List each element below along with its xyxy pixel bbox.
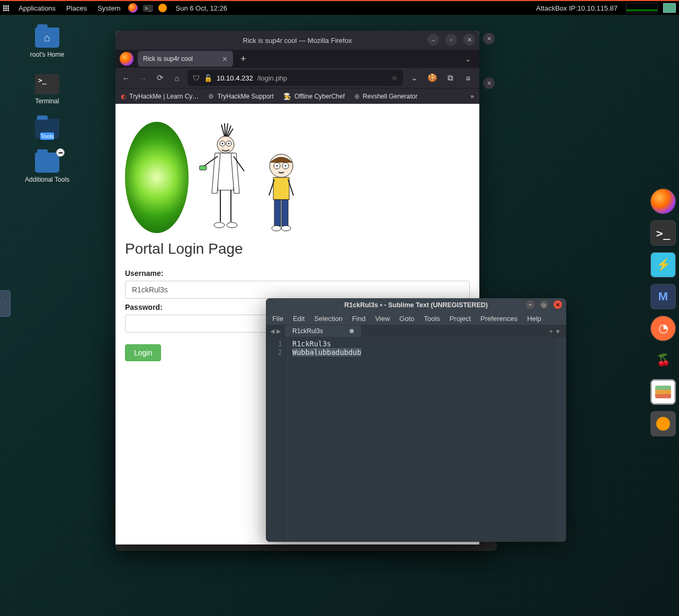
morty-graphic bbox=[263, 151, 300, 233]
extensions-icon[interactable]: ⧉ bbox=[443, 73, 457, 83]
reload-button[interactable]: ⟳ bbox=[154, 73, 166, 83]
extension-icon[interactable]: 🍪 bbox=[425, 73, 439, 83]
desktop-home-icon[interactable]: root's Home bbox=[18, 28, 76, 58]
tab-history-fwd-icon[interactable]: ▶ bbox=[275, 328, 282, 335]
code-area[interactable]: R1ckRul3s Wubbalubbadubdub bbox=[288, 337, 557, 542]
desktop-tools-icon[interactable]: Tools bbox=[18, 119, 76, 142]
dock-terminal-icon[interactable]: >_ bbox=[650, 220, 676, 246]
tab-close-icon[interactable]: ✕ bbox=[222, 55, 228, 63]
svg-point-3 bbox=[222, 143, 224, 145]
menu-view[interactable]: View bbox=[375, 315, 390, 323]
sublime-minimize-button[interactable]: – bbox=[526, 300, 534, 309]
address-bar[interactable]: 🛡 🔓 10.10.4.232/login.php ☆ bbox=[187, 70, 403, 86]
modified-indicator-icon bbox=[350, 329, 354, 333]
tab-title: Rick is sup4r cool bbox=[143, 55, 193, 63]
left-dock-hint[interactable]: ⋮ bbox=[0, 290, 11, 317]
background-window-close-button-2[interactable]: ✕ bbox=[483, 77, 495, 89]
menu-help[interactable]: Help bbox=[527, 315, 541, 323]
desktop-additional-tools-icon[interactable]: ➦ Additional Tools bbox=[18, 153, 76, 183]
window-minimize-button[interactable]: – bbox=[427, 34, 439, 46]
workspace-switcher[interactable] bbox=[663, 3, 676, 13]
sublime-title: R1ckRul3s • - Sublime Text (UNREGISTERED… bbox=[344, 301, 488, 309]
sublime-title-bar[interactable]: R1ckRul3s • - Sublime Text (UNREGISTERED… bbox=[266, 298, 566, 312]
insecure-lock-icon[interactable]: 🔓 bbox=[204, 74, 212, 82]
sublime-tab-menu-icon[interactable]: ▾ bbox=[556, 327, 560, 335]
browser-tab[interactable]: Rick is sup4r cool ✕ bbox=[138, 51, 233, 67]
back-button[interactable]: ← bbox=[120, 74, 132, 83]
menu-system[interactable]: System bbox=[92, 4, 126, 12]
sublime-panel-icon[interactable] bbox=[157, 2, 168, 14]
sublime-maximize-button[interactable]: ◇ bbox=[540, 300, 548, 309]
folder-tools-icon: Tools bbox=[35, 119, 59, 139]
tools-badge: Tools bbox=[40, 132, 54, 140]
bookmarks-overflow-icon[interactable]: » bbox=[470, 93, 474, 100]
dock-sublime-icon[interactable] bbox=[650, 411, 676, 436]
pocket-icon[interactable]: ⌄ bbox=[407, 73, 421, 83]
menu-applications[interactable]: Applications bbox=[13, 4, 61, 12]
firefox-toolbar: ← → ⟳ ⌂ 🛡 🔓 10.10.4.232/login.php ☆ ⌄ 🍪 … bbox=[115, 68, 479, 88]
app-menu-button[interactable]: ≡ bbox=[461, 74, 475, 83]
dock-firefox-icon[interactable] bbox=[650, 189, 676, 214]
desktop-icon-label: Additional Tools bbox=[18, 176, 76, 183]
window-close-button[interactable]: ✕ bbox=[463, 34, 475, 46]
home-button[interactable]: ⌂ bbox=[171, 74, 183, 83]
menu-preferences[interactable]: Preferences bbox=[480, 315, 517, 323]
menu-selection[interactable]: Selection bbox=[314, 315, 342, 323]
menu-file[interactable]: File bbox=[272, 315, 283, 323]
menu-goto[interactable]: Goto bbox=[399, 315, 414, 323]
attackbox-ip: AttackBox IP:10.10.115.87 bbox=[531, 4, 623, 12]
background-window-close-button[interactable]: ✕ bbox=[483, 33, 495, 44]
firefox-tab-bar: Rick is sup4r cool ✕ + ⌄ bbox=[115, 50, 479, 68]
dock-postman-icon[interactable]: ◔ bbox=[650, 316, 676, 341]
new-tab-button[interactable]: + bbox=[237, 53, 249, 65]
menu-find[interactable]: Find bbox=[352, 315, 365, 323]
dock-cherrytree-icon[interactable]: 🍒 bbox=[650, 347, 676, 373]
line-gutter: 1 2 bbox=[266, 337, 288, 542]
shield-icon[interactable]: 🛡 bbox=[193, 74, 200, 82]
sublime-close-button[interactable]: ✕ bbox=[553, 300, 562, 309]
folder-icon: ➦ bbox=[35, 153, 59, 173]
window-title: Rick is sup4r cool — Mozilla Firefox bbox=[243, 37, 352, 44]
window-maximize-button[interactable]: ▫ bbox=[445, 34, 457, 46]
svg-point-11 bbox=[276, 165, 278, 167]
desktop-icon-label: root's Home bbox=[18, 51, 76, 58]
bookmark-star-icon[interactable]: ☆ bbox=[391, 74, 398, 82]
menu-edit[interactable]: Edit bbox=[293, 315, 305, 323]
portal-graphic bbox=[125, 122, 189, 233]
firefox-panel-icon[interactable] bbox=[127, 2, 139, 14]
bookmark-item[interactable]: ◐TryHackMe | Learn Cy… bbox=[121, 93, 199, 100]
dock-burp-icon[interactable]: ⚡ bbox=[650, 252, 676, 278]
bookmark-item[interactable]: 👨‍🍳Offline CyberChef bbox=[283, 93, 345, 100]
bookmark-label: TryHackMe Support bbox=[217, 93, 273, 100]
tabs-dropdown-icon[interactable]: ⌄ bbox=[461, 55, 475, 63]
dock-files-icon[interactable] bbox=[650, 379, 676, 405]
terminal-panel-icon[interactable]: >_ bbox=[142, 2, 154, 14]
menu-tools[interactable]: Tools bbox=[424, 315, 440, 323]
sublime-new-tab-button[interactable]: + bbox=[549, 327, 553, 335]
svg-rect-15 bbox=[282, 200, 288, 226]
code-line: R1ckRul3s bbox=[292, 340, 552, 348]
sublime-editor[interactable]: 1 2 R1ckRul3s Wubbalubbadubdub bbox=[266, 337, 566, 542]
minimap[interactable] bbox=[557, 337, 566, 542]
line-number: 1 bbox=[266, 340, 282, 348]
top-panel: Applications Places System >_ Sun 6 Oct,… bbox=[0, 1, 679, 15]
svg-point-6 bbox=[214, 222, 225, 228]
menu-project[interactable]: Project bbox=[450, 315, 471, 323]
desktop-terminal-icon[interactable]: Terminal bbox=[18, 74, 76, 105]
svg-point-4 bbox=[228, 143, 230, 145]
firefox-title-bar[interactable]: Rick is sup4r cool — Mozilla Firefox – ▫… bbox=[115, 31, 479, 50]
forward-button[interactable]: → bbox=[137, 74, 149, 83]
tab-history-back-icon[interactable]: ◀ bbox=[269, 328, 275, 335]
apps-grid-icon[interactable] bbox=[3, 5, 9, 11]
bookmark-item[interactable]: ⚙TryHackMe Support bbox=[208, 93, 273, 100]
dock-metasploit-icon[interactable]: M bbox=[650, 284, 676, 309]
sublime-tab-label: R1ckRul3s bbox=[292, 327, 323, 335]
username-input[interactable] bbox=[125, 281, 470, 299]
menu-places[interactable]: Places bbox=[61, 4, 92, 12]
bookmark-item[interactable]: ⊕Revshell Generator bbox=[354, 93, 417, 100]
sublime-tab-bar: ◀ ▶ R1ckRul3s + ▾ bbox=[266, 325, 566, 337]
login-button[interactable]: Login bbox=[125, 344, 161, 361]
url-host: 10.10.4.232 bbox=[217, 74, 253, 82]
sublime-file-tab[interactable]: R1ckRul3s bbox=[285, 325, 361, 337]
bookmark-label: TryHackMe | Learn Cy… bbox=[129, 93, 199, 100]
